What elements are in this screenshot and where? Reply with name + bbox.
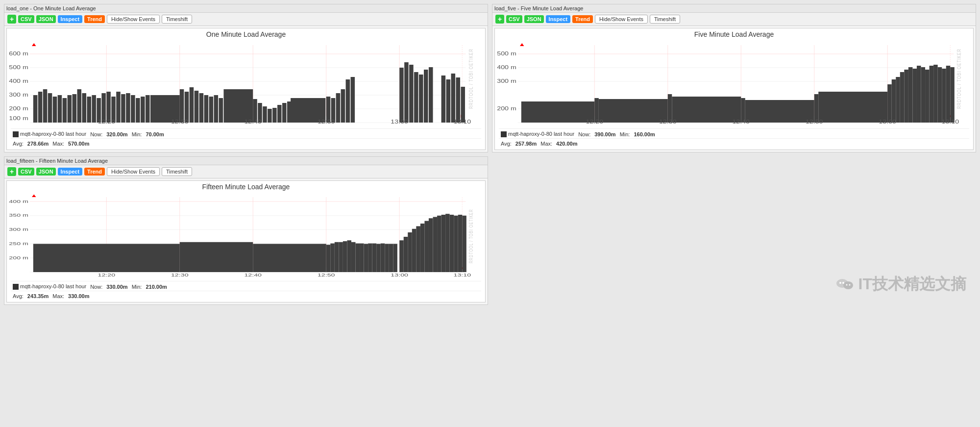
svg-rect-183 [412, 229, 416, 272]
svg-rect-22 [38, 92, 43, 123]
svg-rect-181 [404, 237, 408, 272]
svg-rect-129 [938, 67, 942, 123]
svg-rect-123 [912, 69, 917, 123]
chart-title-3: Fifteen Minute Load Average [9, 183, 483, 191]
svg-rect-108 [521, 101, 594, 123]
svg-text:12:50: 12:50 [806, 119, 823, 125]
svg-text:12:30: 12:30 [171, 273, 189, 278]
json-button-2[interactable]: JSON [524, 15, 544, 23]
chart-title-1: One Minute Load Average [9, 30, 483, 38]
csv-button-2[interactable]: CSV [506, 15, 522, 23]
svg-rect-70 [409, 65, 414, 123]
svg-text:100 m: 100 m [9, 116, 28, 121]
svg-text:12:50: 12:50 [318, 119, 335, 125]
chart-area-1: 600 m 500 m 400 m 300 m 200 m 100 m [9, 40, 483, 128]
svg-rect-77 [451, 74, 456, 123]
svg-text:300 m: 300 m [9, 227, 28, 232]
legend-avg-label-2: Avg: [501, 141, 512, 147]
svg-point-205 [839, 282, 841, 284]
legend-min-label-3: Min: [132, 284, 142, 290]
legend-avg-value-1: 278.66m [27, 141, 49, 147]
svg-text:600 m: 600 m [9, 51, 28, 56]
inspect-button-1[interactable]: Inspect [58, 15, 83, 23]
chart-container-2: Five Minute Load Average [494, 28, 974, 150]
svg-rect-128 [933, 65, 938, 123]
svg-rect-81 [223, 89, 253, 123]
inspect-button-3[interactable]: Inspect [58, 168, 83, 176]
plus-button-3[interactable]: + [7, 167, 16, 176]
svg-rect-64 [336, 93, 341, 123]
svg-rect-33 [92, 95, 96, 123]
plus-button-1[interactable]: + [7, 15, 16, 24]
svg-rect-175 [376, 244, 381, 272]
svg-rect-42 [136, 98, 140, 123]
timeshift-button-1[interactable]: Timeshift [162, 15, 192, 24]
trend-button-1[interactable]: Trend [84, 15, 105, 23]
chart-area-3: 400 m 350 m 300 m 250 m 200 m [9, 193, 483, 281]
svg-rect-74 [429, 67, 433, 123]
svg-rect-114 [745, 100, 814, 123]
csv-button-3[interactable]: CSV [18, 168, 34, 176]
csv-button-1[interactable]: CSV [18, 15, 34, 23]
svg-rect-36 [106, 92, 111, 123]
svg-rect-177 [385, 244, 389, 272]
svg-rect-119 [896, 77, 900, 123]
svg-rect-27 [63, 98, 67, 123]
svg-rect-39 [121, 94, 125, 123]
svg-rect-29 [73, 94, 77, 123]
svg-rect-30 [77, 89, 82, 123]
svg-rect-40 [126, 93, 130, 123]
inspect-button-2[interactable]: Inspect [546, 15, 571, 23]
svg-rect-160 [33, 244, 180, 272]
json-button-3[interactable]: JSON [36, 168, 56, 176]
svg-text:13:00: 13:00 [391, 119, 408, 125]
chart-container-1: One Minute Load Average [6, 28, 486, 150]
svg-rect-165 [335, 242, 339, 272]
svg-rect-168 [347, 240, 351, 272]
timeshift-button-2[interactable]: Timeshift [650, 15, 680, 24]
svg-text:13:10: 13:10 [454, 273, 471, 278]
svg-text:12:40: 12:40 [244, 273, 262, 278]
json-button-1[interactable]: JSON [36, 15, 56, 23]
chart-legend-1: mqtt-haproxy-0-80 last hour Now: 320.00m… [11, 128, 481, 138]
svg-text:13:00: 13:00 [391, 273, 408, 278]
svg-rect-195 [462, 216, 466, 272]
svg-rect-31 [82, 93, 86, 123]
svg-text:300 m: 300 m [497, 78, 516, 84]
plus-button-2[interactable]: + [495, 15, 504, 24]
hide-show-button-1[interactable]: Hide/Show Events [107, 15, 160, 24]
svg-rect-25 [53, 97, 57, 123]
svg-rect-57 [268, 109, 272, 123]
svg-rect-41 [131, 95, 135, 123]
svg-text:12:40: 12:40 [244, 119, 262, 125]
panel-load-five: load_five - Five Minute Load Average + C… [492, 4, 976, 152]
trend-button-3[interactable]: Trend [84, 168, 105, 176]
legend-avg-label-1: Avg: [13, 141, 24, 147]
toolbar-load-one: + CSV JSON Inspect Trend Hide/Show Event… [4, 13, 488, 26]
hide-show-button-3[interactable]: Hide/Show Events [107, 167, 160, 176]
svg-text:12:30: 12:30 [659, 119, 677, 125]
svg-text:12:40: 12:40 [732, 119, 750, 125]
svg-rect-174 [372, 244, 377, 273]
trend-button-2[interactable]: Trend [572, 15, 593, 23]
svg-rect-118 [892, 79, 896, 123]
svg-rect-32 [87, 97, 91, 123]
hide-show-button-2[interactable]: Hide/Show Events [595, 15, 648, 24]
svg-rect-72 [419, 75, 423, 123]
svg-rect-130 [942, 69, 946, 123]
svg-text:400 m: 400 m [497, 65, 516, 70]
svg-text:200 m: 200 m [9, 106, 28, 111]
svg-rect-66 [346, 79, 350, 123]
svg-rect-188 [433, 217, 438, 273]
svg-rect-131 [946, 66, 951, 123]
svg-rect-75 [441, 75, 446, 123]
svg-rect-176 [381, 244, 385, 273]
legend-avg-value-2: 257.98m [515, 141, 537, 147]
legend-avg-label-3: Avg: [13, 293, 24, 299]
svg-rect-37 [111, 97, 116, 123]
svg-rect-117 [887, 84, 892, 123]
svg-rect-163 [326, 245, 331, 272]
timeshift-button-3[interactable]: Timeshift [162, 167, 192, 176]
svg-text:12:30: 12:30 [171, 119, 189, 125]
svg-text:13:00: 13:00 [879, 119, 896, 125]
